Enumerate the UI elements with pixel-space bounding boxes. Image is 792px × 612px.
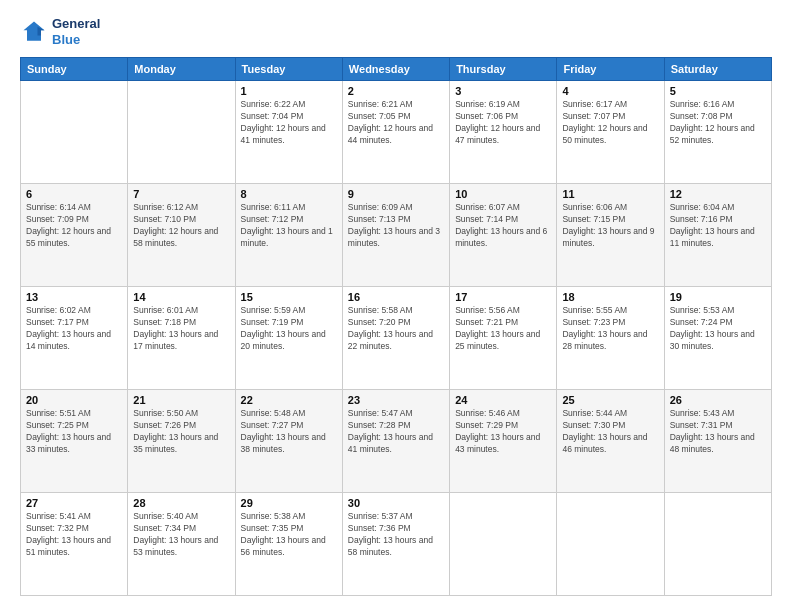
col-saturday: Saturday (664, 58, 771, 81)
cell-info: Sunrise: 5:58 AM Sunset: 7:20 PM Dayligh… (348, 305, 444, 353)
cell-info: Sunrise: 5:48 AM Sunset: 7:27 PM Dayligh… (241, 408, 337, 456)
calendar-cell: 20Sunrise: 5:51 AM Sunset: 7:25 PM Dayli… (21, 390, 128, 493)
cell-info: Sunrise: 5:47 AM Sunset: 7:28 PM Dayligh… (348, 408, 444, 456)
calendar-cell: 30Sunrise: 5:37 AM Sunset: 7:36 PM Dayli… (342, 493, 449, 596)
cell-info: Sunrise: 5:55 AM Sunset: 7:23 PM Dayligh… (562, 305, 658, 353)
calendar-cell (664, 493, 771, 596)
cell-date: 7 (133, 188, 229, 200)
calendar-cell: 25Sunrise: 5:44 AM Sunset: 7:30 PM Dayli… (557, 390, 664, 493)
cell-info: Sunrise: 6:04 AM Sunset: 7:16 PM Dayligh… (670, 202, 766, 250)
calendar-cell: 16Sunrise: 5:58 AM Sunset: 7:20 PM Dayli… (342, 287, 449, 390)
cell-date: 28 (133, 497, 229, 509)
calendar-cell: 27Sunrise: 5:41 AM Sunset: 7:32 PM Dayli… (21, 493, 128, 596)
cell-date: 27 (26, 497, 122, 509)
cell-info: Sunrise: 5:51 AM Sunset: 7:25 PM Dayligh… (26, 408, 122, 456)
calendar-cell: 8Sunrise: 6:11 AM Sunset: 7:12 PM Daylig… (235, 184, 342, 287)
cell-date: 4 (562, 85, 658, 97)
cell-date: 9 (348, 188, 444, 200)
calendar-cell (21, 81, 128, 184)
cell-date: 17 (455, 291, 551, 303)
cell-info: Sunrise: 6:22 AM Sunset: 7:04 PM Dayligh… (241, 99, 337, 147)
calendar-week-4: 20Sunrise: 5:51 AM Sunset: 7:25 PM Dayli… (21, 390, 772, 493)
calendar-cell: 10Sunrise: 6:07 AM Sunset: 7:14 PM Dayli… (450, 184, 557, 287)
calendar-cell (128, 81, 235, 184)
logo: General Blue (20, 16, 100, 47)
cell-date: 29 (241, 497, 337, 509)
calendar-cell (557, 493, 664, 596)
calendar-week-5: 27Sunrise: 5:41 AM Sunset: 7:32 PM Dayli… (21, 493, 772, 596)
calendar-cell (450, 493, 557, 596)
col-sunday: Sunday (21, 58, 128, 81)
calendar-cell: 26Sunrise: 5:43 AM Sunset: 7:31 PM Dayli… (664, 390, 771, 493)
calendar-cell: 29Sunrise: 5:38 AM Sunset: 7:35 PM Dayli… (235, 493, 342, 596)
calendar-cell: 28Sunrise: 5:40 AM Sunset: 7:34 PM Dayli… (128, 493, 235, 596)
cell-info: Sunrise: 6:09 AM Sunset: 7:13 PM Dayligh… (348, 202, 444, 250)
cell-date: 21 (133, 394, 229, 406)
cell-date: 25 (562, 394, 658, 406)
cell-info: Sunrise: 5:50 AM Sunset: 7:26 PM Dayligh… (133, 408, 229, 456)
cell-date: 13 (26, 291, 122, 303)
col-thursday: Thursday (450, 58, 557, 81)
cell-info: Sunrise: 5:46 AM Sunset: 7:29 PM Dayligh… (455, 408, 551, 456)
col-wednesday: Wednesday (342, 58, 449, 81)
calendar-cell: 21Sunrise: 5:50 AM Sunset: 7:26 PM Dayli… (128, 390, 235, 493)
cell-date: 15 (241, 291, 337, 303)
calendar-cell: 4Sunrise: 6:17 AM Sunset: 7:07 PM Daylig… (557, 81, 664, 184)
cell-info: Sunrise: 6:21 AM Sunset: 7:05 PM Dayligh… (348, 99, 444, 147)
calendar-header-row: Sunday Monday Tuesday Wednesday Thursday… (21, 58, 772, 81)
cell-date: 16 (348, 291, 444, 303)
cell-info: Sunrise: 5:37 AM Sunset: 7:36 PM Dayligh… (348, 511, 444, 559)
cell-date: 26 (670, 394, 766, 406)
cell-info: Sunrise: 6:16 AM Sunset: 7:08 PM Dayligh… (670, 99, 766, 147)
cell-info: Sunrise: 5:59 AM Sunset: 7:19 PM Dayligh… (241, 305, 337, 353)
calendar-cell: 19Sunrise: 5:53 AM Sunset: 7:24 PM Dayli… (664, 287, 771, 390)
calendar-cell: 15Sunrise: 5:59 AM Sunset: 7:19 PM Dayli… (235, 287, 342, 390)
calendar-cell: 1Sunrise: 6:22 AM Sunset: 7:04 PM Daylig… (235, 81, 342, 184)
cell-info: Sunrise: 6:07 AM Sunset: 7:14 PM Dayligh… (455, 202, 551, 250)
cell-info: Sunrise: 6:01 AM Sunset: 7:18 PM Dayligh… (133, 305, 229, 353)
logo-text: General Blue (52, 16, 100, 47)
col-friday: Friday (557, 58, 664, 81)
calendar-cell: 14Sunrise: 6:01 AM Sunset: 7:18 PM Dayli… (128, 287, 235, 390)
calendar-cell: 2Sunrise: 6:21 AM Sunset: 7:05 PM Daylig… (342, 81, 449, 184)
calendar-cell: 7Sunrise: 6:12 AM Sunset: 7:10 PM Daylig… (128, 184, 235, 287)
logo-icon (20, 18, 48, 46)
cell-date: 30 (348, 497, 444, 509)
calendar-cell: 9Sunrise: 6:09 AM Sunset: 7:13 PM Daylig… (342, 184, 449, 287)
cell-date: 12 (670, 188, 766, 200)
cell-info: Sunrise: 6:12 AM Sunset: 7:10 PM Dayligh… (133, 202, 229, 250)
calendar-cell: 24Sunrise: 5:46 AM Sunset: 7:29 PM Dayli… (450, 390, 557, 493)
cell-info: Sunrise: 6:02 AM Sunset: 7:17 PM Dayligh… (26, 305, 122, 353)
cell-date: 19 (670, 291, 766, 303)
cell-info: Sunrise: 6:11 AM Sunset: 7:12 PM Dayligh… (241, 202, 337, 250)
cell-info: Sunrise: 5:43 AM Sunset: 7:31 PM Dayligh… (670, 408, 766, 456)
calendar-body: 1Sunrise: 6:22 AM Sunset: 7:04 PM Daylig… (21, 81, 772, 596)
calendar-cell: 22Sunrise: 5:48 AM Sunset: 7:27 PM Dayli… (235, 390, 342, 493)
cell-date: 5 (670, 85, 766, 97)
cell-date: 18 (562, 291, 658, 303)
cell-date: 2 (348, 85, 444, 97)
calendar-table: Sunday Monday Tuesday Wednesday Thursday… (20, 57, 772, 596)
cell-info: Sunrise: 5:53 AM Sunset: 7:24 PM Dayligh… (670, 305, 766, 353)
page: General Blue Sunday Monday Tuesday Wedne… (0, 0, 792, 612)
calendar-cell: 5Sunrise: 6:16 AM Sunset: 7:08 PM Daylig… (664, 81, 771, 184)
cell-info: Sunrise: 6:06 AM Sunset: 7:15 PM Dayligh… (562, 202, 658, 250)
cell-info: Sunrise: 5:44 AM Sunset: 7:30 PM Dayligh… (562, 408, 658, 456)
calendar-cell: 6Sunrise: 6:14 AM Sunset: 7:09 PM Daylig… (21, 184, 128, 287)
calendar-week-3: 13Sunrise: 6:02 AM Sunset: 7:17 PM Dayli… (21, 287, 772, 390)
calendar-cell: 13Sunrise: 6:02 AM Sunset: 7:17 PM Dayli… (21, 287, 128, 390)
calendar-week-2: 6Sunrise: 6:14 AM Sunset: 7:09 PM Daylig… (21, 184, 772, 287)
cell-date: 22 (241, 394, 337, 406)
calendar-cell: 18Sunrise: 5:55 AM Sunset: 7:23 PM Dayli… (557, 287, 664, 390)
calendar-week-1: 1Sunrise: 6:22 AM Sunset: 7:04 PM Daylig… (21, 81, 772, 184)
cell-info: Sunrise: 5:56 AM Sunset: 7:21 PM Dayligh… (455, 305, 551, 353)
calendar-cell: 11Sunrise: 6:06 AM Sunset: 7:15 PM Dayli… (557, 184, 664, 287)
cell-info: Sunrise: 5:38 AM Sunset: 7:35 PM Dayligh… (241, 511, 337, 559)
header: General Blue (20, 16, 772, 47)
cell-date: 20 (26, 394, 122, 406)
calendar-cell: 3Sunrise: 6:19 AM Sunset: 7:06 PM Daylig… (450, 81, 557, 184)
calendar-cell: 17Sunrise: 5:56 AM Sunset: 7:21 PM Dayli… (450, 287, 557, 390)
cell-info: Sunrise: 5:41 AM Sunset: 7:32 PM Dayligh… (26, 511, 122, 559)
cell-date: 11 (562, 188, 658, 200)
cell-date: 3 (455, 85, 551, 97)
